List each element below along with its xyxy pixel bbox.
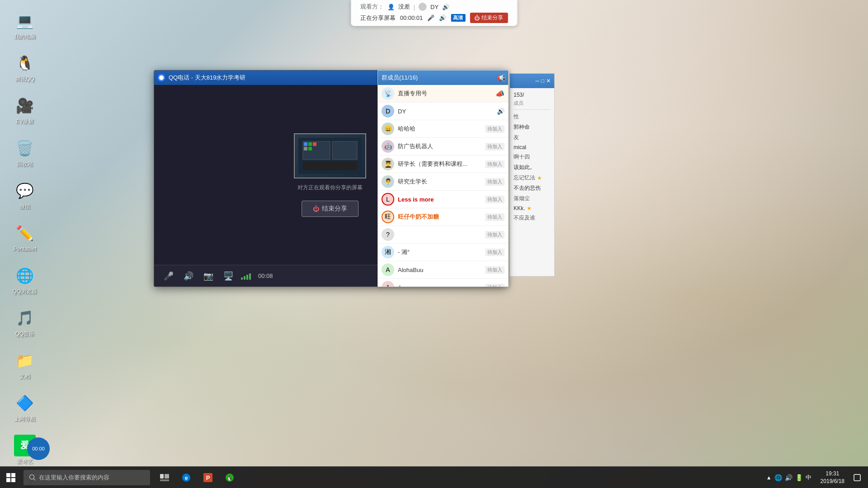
member-list: 📡 直播专用号 📣 D DY 🔊 😄 哈哈哈 待加入 🤖 防广告机器人 待加入 … [378,85,508,286]
start-button[interactable] [0,467,22,488]
right-close-btn[interactable]: ✕ [546,78,551,84]
member-item-lessismore[interactable]: L Less is more 待加入 [378,191,508,208]
svg-rect-9 [308,147,312,150]
docs-label: 文档 [19,373,30,380]
member-item-broadcast[interactable]: 📡 直播专用号 📣 [378,85,508,103]
member-item-xiang[interactable]: 湘 - 湘° 待加入 [378,244,508,261]
empty-badge: 待加入 [485,231,505,239]
right-minimize-btn[interactable]: ─ [535,78,539,84]
screen-btn[interactable]: 🖥️ [221,269,236,283]
end-sharing-label: 结束分享 [481,14,503,22]
desktop-icon-nav[interactable]: 🔷 上网导航 [5,387,45,427]
ev-icon: 🎥 [14,95,36,117]
right-maximize-btn[interactable]: □ [541,78,544,84]
desktop-icon-qqmusic[interactable]: 🎵 QQ音乐 [5,302,45,343]
no-diff-text: 没差 [398,3,410,11]
edge-button[interactable]: e [177,469,195,487]
member-item-haha[interactable]: 😄 哈哈哈 待加入 [378,120,508,138]
member-item-robot[interactable]: 🤖 防广告机器人 待加入 [378,138,508,155]
dy-name: DY [430,4,439,10]
docs-icon: 📁 [14,350,36,371]
timer-circle[interactable]: 00:00 [27,437,50,460]
broadcast-status-icon: 📣 [495,89,505,98]
tray-volume-icon[interactable]: 🔊 [785,474,793,481]
haha-avatar: 😄 [382,122,394,135]
desktop-icon-recycle[interactable]: 🗑️ 回收站 [5,132,45,173]
member-item-wangzai[interactable]: 旺 旺仔牛奶不加糖 待加入 [378,208,508,226]
member-item-grad[interactable]: 👨‍💼 研究生学长 待加入 [378,173,508,191]
member-item-ax[interactable]: A Ax 待加入 [378,279,508,286]
qq-icon: 🐧 [14,52,36,74]
signal-bar-2 [244,276,245,280]
wechat-icon: 💬 [14,180,36,202]
desktop-icon-docs[interactable]: 📁 文档 [5,344,45,385]
svg-rect-8 [304,147,307,150]
member-item-aloha[interactable]: A AlohaBuu 待加入 [378,261,508,279]
dy-avatar-img: D [382,105,394,117]
desktop-icon-pentablet[interactable]: ✏️ Pentablet [5,217,45,258]
desktop-icon-qq[interactable]: 🐧 腾讯QQ [5,47,45,88]
lessismore-name: Less is more [398,196,481,203]
broadcast-name: 直播专用号 [398,89,492,98]
sharing-status-row: 正在分享屏幕 00:00:01 🎤 🔊 高清 ⏻ 结束分享 [360,13,508,23]
pentablet-label: Pentablet [14,246,37,252]
end-share-btn-label: 结束分享 [322,205,347,213]
aloha-name: AlohaBuu [398,267,481,273]
qq-logo [158,74,165,81]
svg-point-0 [159,75,164,80]
pentablet-icon: ✏️ [14,222,36,244]
qq-taskbar-button[interactable]: 🐧 [221,469,239,487]
clock-date: 2019/6/18 [821,478,844,485]
browser-label: QQ浏览器 [13,288,38,295]
taskbar-search-input[interactable] [39,474,138,481]
right-list-item-6: 该如此。 [514,162,551,173]
volume-btn[interactable]: 🔊 [181,269,196,283]
svg-rect-12 [160,474,164,479]
member-titlebar: 群成员(11/16) 📢 [378,70,508,85]
dy-online-icon: 🔊 [497,108,505,115]
wangzai-badge: 待加入 [485,213,505,221]
svg-line-11 [34,479,36,480]
svg-rect-4 [303,161,357,170]
camera-btn[interactable]: 📷 [201,269,216,283]
right-panel-members: 成员 [514,100,551,107]
right-list-item-2: 郭种命 [514,122,551,132]
tray-lang[interactable]: 中 [806,474,811,482]
right-partial-panel: ─ □ ✕ 153/ 成员 性 郭种命 友 mical 啊十四 该如此。 忘记忆… [509,73,555,277]
tray-battery-icon[interactable]: 🔋 [795,474,803,481]
svg-rect-7 [313,142,316,146]
svg-rect-5 [304,142,307,146]
hd-badge: 高清 [451,14,465,22]
desktop-icon-browser[interactable]: 🌐 QQ浏览器 [5,259,45,300]
right-list-item-4: mical [514,143,551,152]
desktop-icon-ev[interactable]: 🎥 EV录屏 [5,89,45,130]
member-item-empty[interactable]: ? 待加入 [378,226,508,244]
scholar-badge: 待加入 [485,160,505,168]
end-share-button[interactable]: ⏻ 结束分享 [302,201,359,217]
member-title: 群成员(11/16) [382,74,495,82]
tray-arrow-icon[interactable]: ▲ [766,474,772,481]
no-diff-icon: 👤 [387,4,395,10]
desktop-icon-wechat[interactable]: 💬 微信 [5,174,45,215]
end-sharing-button[interactable]: ⏻ 结束分享 [470,13,508,23]
aloha-badge: 待加入 [485,266,505,274]
taskbar-search-box[interactable] [24,470,150,485]
ppt-taskbar-button[interactable]: P [199,469,217,487]
mic-btn[interactable]: 🎤 [161,269,176,283]
nav-label: 上网导航 [14,416,36,422]
right-list-item-1: 性 [514,112,551,122]
tray-network-icon[interactable]: 🌐 [774,474,782,481]
ax-badge: 待加入 [485,284,505,287]
desktop-icon-computer[interactable]: 💻 我的电脑 [5,5,45,45]
notification-button[interactable] [850,467,864,488]
clock-area[interactable]: 19:31 2019/6/18 [817,470,848,485]
qqmusic-label: QQ音乐 [15,331,35,337]
scholar-avatar: 👨‍🎓 [382,158,394,170]
xiang-name: - 湘° [398,248,481,256]
member-item-dy[interactable]: D DY 🔊 [378,103,508,120]
taskview-button[interactable] [156,469,174,487]
member-item-scholar[interactable]: 👨‍🎓 研学长（需要资料和课程... 待加入 [378,155,508,173]
mic-icon: 🎤 [427,14,434,21]
qq-label: 腾讯QQ [15,76,35,82]
dy-member-name: DY [398,108,493,115]
